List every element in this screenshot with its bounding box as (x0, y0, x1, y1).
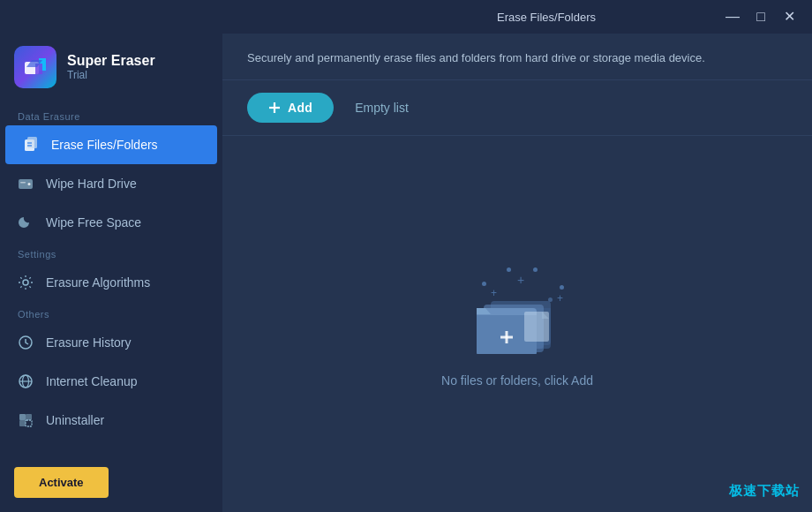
section-settings: Settings (0, 242, 222, 263)
wipe-hard-drive-label: Wipe Hard Drive (46, 177, 137, 191)
app-name: Super Eraser (67, 53, 155, 69)
section-others: Others (0, 302, 222, 323)
uninstaller-label: Uninstaller (46, 413, 104, 427)
svg-rect-17 (26, 414, 32, 420)
erasure-history-icon (16, 333, 35, 352)
sidebar-item-erasure-algorithms[interactable]: Erasure Algorithms (0, 263, 222, 302)
content-area: Securely and permanently erase files and… (222, 34, 812, 512)
sidebar-item-wipe-free-space[interactable]: Wipe Free Space (0, 203, 222, 242)
erasure-algorithms-icon (16, 273, 35, 292)
internet-cleanup-label: Internet Cleanup (46, 374, 138, 388)
content-description: Securely and permanently erase files and… (247, 49, 787, 67)
close-button[interactable]: ✕ (780, 10, 798, 24)
sidebar-item-uninstaller[interactable]: Uninstaller (0, 401, 222, 440)
erase-files-icon (21, 135, 41, 154)
sidebar-item-erasure-history[interactable]: Erasure History (0, 323, 222, 362)
empty-list-button[interactable]: Empty list (348, 95, 416, 120)
minimize-button[interactable]: — (724, 10, 741, 24)
maximize-button[interactable]: □ (752, 10, 770, 24)
section-data-erasure: Data Erasure (0, 104, 222, 125)
app-trial-label: Trial (67, 69, 155, 81)
sidebar-item-erase-files[interactable]: Erase Files/Folders (5, 125, 217, 164)
add-button-label: Add (288, 101, 312, 115)
svg-rect-10 (20, 182, 26, 184)
svg-rect-19 (26, 420, 32, 426)
wipe-free-space-label: Wipe Free Space (46, 215, 141, 230)
erasure-algorithms-label: Erasure Algorithms (46, 275, 150, 290)
sidebar-item-wipe-hard-drive[interactable]: Wipe Hard Drive (0, 164, 222, 203)
internet-cleanup-icon (16, 372, 35, 391)
app-header: Super Eraser Trial (0, 34, 222, 104)
svg-rect-16 (19, 414, 26, 420)
app-logo (14, 46, 56, 88)
window-title: Erase Files/Folders (369, 11, 724, 24)
content-main: + + + (222, 136, 812, 513)
sidebar-item-internet-cleanup[interactable]: Internet Cleanup (0, 362, 222, 401)
wipe-free-space-icon (16, 213, 35, 232)
svg-rect-8 (19, 179, 33, 189)
folder-icon (473, 283, 561, 358)
svg-rect-18 (19, 420, 26, 426)
svg-point-11 (23, 280, 28, 285)
erase-files-label: Erase Files/Folders (51, 138, 158, 152)
content-header: Securely and permanently erase files and… (222, 34, 812, 80)
uninstaller-icon (16, 410, 35, 430)
empty-state-text: No files or folders, click Add (441, 373, 593, 388)
empty-illustration: + + + (464, 260, 570, 358)
content-toolbar: Add Empty list (222, 80, 812, 136)
window-controls: — □ ✕ (724, 10, 798, 24)
title-bar: Erase Files/Folders — □ ✕ (0, 0, 812, 34)
activate-button[interactable]: Activate (14, 467, 109, 498)
erasure-history-label: Erasure History (46, 335, 131, 350)
app-name-block: Super Eraser Trial (67, 53, 155, 81)
sidebar: Super Eraser Trial Data Erasure Erase Fi… (0, 34, 222, 512)
svg-point-9 (28, 183, 31, 185)
add-button[interactable]: Add (247, 93, 334, 123)
main-layout: Super Eraser Trial Data Erasure Erase Fi… (0, 34, 812, 512)
wipe-hard-drive-icon (16, 174, 35, 193)
watermark: 极速下载站 (729, 483, 800, 500)
